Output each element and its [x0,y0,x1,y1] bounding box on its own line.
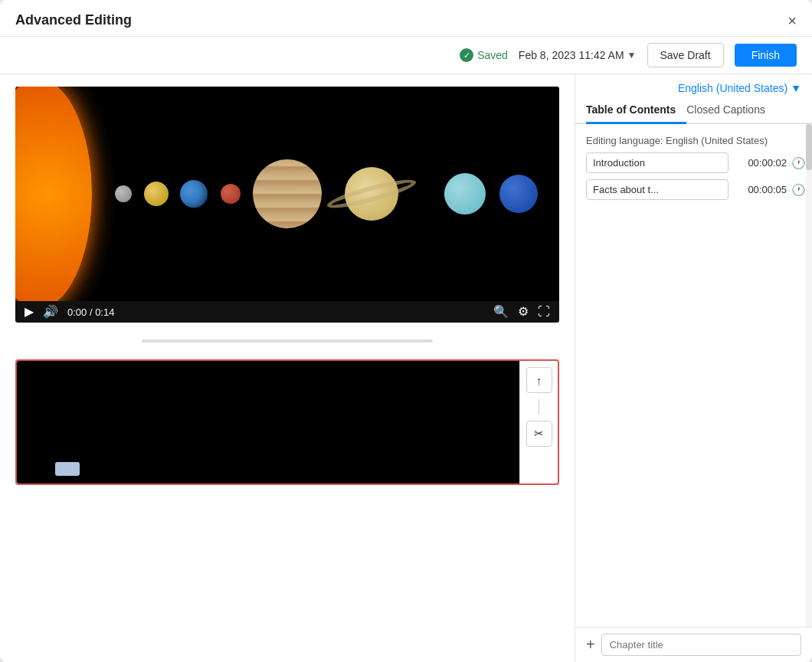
play-button[interactable]: ▶ [25,306,34,318]
editor-thumb[interactable] [55,462,80,476]
tab-closed-captions[interactable]: Closed Captions [686,97,776,124]
time-display: 0:00 / 0:14 [67,306,114,318]
finish-button[interactable]: Finish [735,44,797,67]
left-panel: ▶ 🔊 0:00 / 0:14 🔍 ⚙ ⛶ [0,74,575,662]
timeline-area [15,332,559,350]
chevron-down-icon: ▼ [627,50,637,61]
saved-label: Saved [477,49,508,61]
date-indicator[interactable]: Feb 8, 2023 11:42 AM ▼ [519,49,637,61]
video-wrapper: ▶ 🔊 0:00 / 0:14 🔍 ⚙ ⛶ [15,87,559,323]
editor-text-area[interactable] [17,361,519,483]
editor-actions: ↑ ✂ [519,361,558,483]
video-frame [15,87,559,301]
scissors-button[interactable]: ✂ [526,421,552,447]
timeline-bar[interactable] [142,339,433,342]
search-icon[interactable]: 🔍 [493,306,509,318]
video-controls: ▶ 🔊 0:00 / 0:14 🔍 ⚙ ⛶ [15,301,559,323]
modal-title: Advanced Editing [15,12,132,28]
right-panel: English (United States) ▼ Table of Conte… [575,74,812,662]
language-label: English (United States) [678,82,787,94]
editing-language-label: Editing language: English (United States… [586,130,801,152]
mute-button[interactable]: 🔊 [43,306,58,318]
chapter-title-input-0[interactable] [586,152,729,173]
divider [539,399,539,415]
clock-icon-1[interactable]: 🕐 [791,183,806,197]
chapter-row: 00:00:05 🕐 ✕ [586,179,801,200]
add-chapter-input[interactable] [601,634,801,656]
saved-indicator: ✓ Saved [460,48,508,62]
solar-system-image [15,87,559,301]
close-button[interactable]: × [787,13,797,28]
scrollbar-thumb[interactable] [806,124,812,170]
upload-button[interactable]: ↑ [526,367,552,393]
toolbar: ✓ Saved Feb 8, 2023 11:42 AM ▼ Save Draf… [0,37,812,74]
chapter-time-0: 00:00:02 [733,157,787,169]
saved-check-icon: ✓ [460,48,473,62]
chevron-down-icon: ▼ [791,82,801,94]
editor-box: ↑ ✂ [15,359,559,485]
date-label: Feb 8, 2023 11:42 AM [519,49,624,61]
tab-content: Editing language: English (United States… [575,124,812,627]
chapter-time-1: 00:00:05 [733,184,787,195]
tabs: Table of Contents Closed Captions [575,97,812,124]
tab-table-of-contents[interactable]: Table of Contents [586,97,686,124]
chapter-row: 00:00:02 🕐 ✕ [586,152,801,173]
gear-icon[interactable]: ⚙ [518,306,529,318]
editor-black-bar [23,370,506,392]
advanced-editing-modal: Advanced Editing × ✓ Saved Feb 8, 2023 1… [0,0,812,662]
clock-icon-0[interactable]: 🕐 [791,156,806,170]
chapter-title-input-1[interactable] [586,179,729,200]
modal-header: Advanced Editing × [0,0,812,37]
language-selector[interactable]: English (United States) ▼ [575,74,812,97]
scrollbar-track [806,124,812,627]
main-content: ▶ 🔊 0:00 / 0:14 🔍 ⚙ ⛶ [0,74,812,662]
add-chapter-row: + [575,627,812,662]
fullscreen-icon[interactable]: ⛶ [538,306,550,318]
save-draft-button[interactable]: Save Draft [647,43,724,67]
add-chapter-plus[interactable]: + [586,636,595,654]
